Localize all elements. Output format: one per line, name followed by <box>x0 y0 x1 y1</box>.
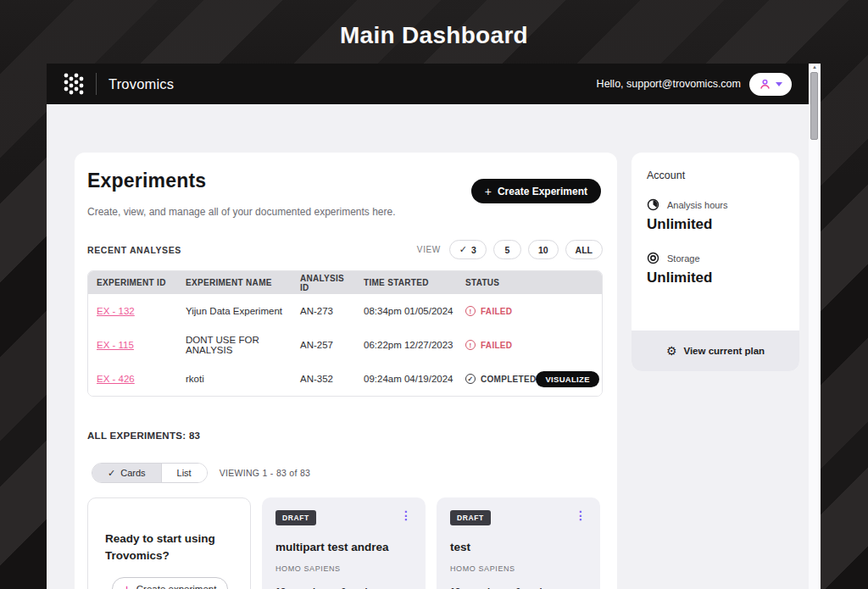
user-greeting: Hello, support@trovomics.com <box>597 78 741 90</box>
analysis-id: AN-273 <box>292 306 355 316</box>
storage-label: Storage <box>667 253 700 264</box>
all-experiments-label: ALL EXPERIMENTS: 83 <box>87 431 603 441</box>
col-time-started: TIME STARTED <box>355 278 457 287</box>
table-header-row: EXPERIMENT ID EXPERIMENT NAME ANALYSIS I… <box>88 271 602 294</box>
view-option-3[interactable]: ✓ 3 <box>449 240 487 259</box>
scrollbar-thumb[interactable] <box>810 72 818 140</box>
storage-value: Unlimited <box>647 269 799 286</box>
experiment-link[interactable]: EX - 132 <box>97 306 135 316</box>
getting-started-card: Ready to start using Trovomics? + Create… <box>87 497 251 589</box>
experiment-card[interactable]: DRAFT ⋮ multipart test andrea HOMO SAPIE… <box>262 497 426 589</box>
col-experiment-name: EXPERIMENT NAME <box>177 278 292 287</box>
time-started: 06:22pm 12/27/2023 <box>355 340 457 350</box>
brand-name: Trovomics <box>108 76 174 92</box>
experiment-name: Yijun Data Experiment <box>177 306 292 316</box>
draft-badge: DRAFT <box>450 510 491 525</box>
scrollbar-up-arrow[interactable]: ▲ <box>809 64 821 69</box>
cta-title: Ready to start using Trovomics? <box>105 531 233 565</box>
check-icon: ✓ <box>459 244 467 255</box>
main-content: Experiments Create, view, and manage all… <box>47 104 809 589</box>
draft-badge: DRAFT <box>275 510 316 525</box>
app-window: Trovomics Hello, support@trovomics.com <box>47 64 821 589</box>
recent-analyses-label: RECENT ANALYSES <box>87 245 181 255</box>
failed-icon: ! <box>465 340 476 350</box>
time-started: 09:24am 04/19/2024 <box>355 374 457 384</box>
experiments-subtitle: Create, view, and manage all of your doc… <box>87 206 603 218</box>
analysis-id: AN-257 <box>292 340 355 350</box>
table-row: EX - 132 Yijun Data Experiment AN-273 08… <box>88 294 602 328</box>
analysis-hours-icon <box>647 198 659 211</box>
visualize-button[interactable]: VISUALIZE <box>536 371 598 387</box>
check-icon: ✓ <box>108 468 115 479</box>
toggle-cards[interactable]: ✓ Cards <box>92 464 161 482</box>
experiment-cards-grid: Ready to start using Trovomics? + Create… <box>87 497 603 589</box>
view-option-5[interactable]: 5 <box>493 240 521 259</box>
account-title: Account <box>647 169 799 181</box>
kebab-menu-icon[interactable]: ⋮ <box>575 510 587 520</box>
time-started: 08:34pm 01/05/2024 <box>355 306 457 316</box>
create-experiment-button[interactable]: + Create Experiment <box>471 179 601 203</box>
status-badge: ! FAILED <box>465 306 512 316</box>
account-panel: Account Analysis hours Unlimited <box>632 153 799 371</box>
col-experiment-id: EXPERIMENT ID <box>88 278 177 287</box>
storage-icon <box>647 252 659 264</box>
col-analysis-id: ANALYSIS ID <box>292 274 355 292</box>
completed-icon: ✓ <box>465 374 476 384</box>
table-row: EX - 115 DONT USE FOR ANALYSIS AN-257 06… <box>88 328 602 362</box>
navbar: Trovomics Hello, support@trovomics.com <box>47 64 809 104</box>
view-label: VIEW <box>417 245 441 254</box>
experiment-name: rkoti <box>177 374 292 384</box>
plus-icon: + <box>485 185 492 198</box>
page-title: Main Dashboard <box>0 22 868 49</box>
view-option-all[interactable]: ALL <box>565 240 603 259</box>
gear-icon: ⚙ <box>666 344 677 358</box>
toggle-list[interactable]: List <box>161 464 207 482</box>
analysis-id: AN-352 <box>292 374 355 384</box>
experiment-card-title: multipart test andrea <box>275 541 412 553</box>
experiment-name: DONT USE FOR ANALYSIS <box>177 335 292 355</box>
status-badge: ! FAILED <box>465 340 512 350</box>
trovomics-logo-icon <box>60 70 87 97</box>
kebab-menu-icon[interactable]: ⋮ <box>400 510 412 520</box>
experiment-card-title: test <box>450 541 587 553</box>
plus-icon: + <box>124 582 131 589</box>
user-icon <box>759 78 771 91</box>
analysis-hours-label: Analysis hours <box>667 200 728 210</box>
table-row: EX - 426 rkoti AN-352 09:24am 04/19/2024… <box>88 362 602 396</box>
create-experiment-card-button[interactable]: + Create experiment <box>112 577 228 589</box>
viewing-range-label: VIEWING 1 - 83 of 83 <box>220 468 311 478</box>
recent-analyses-table: EXPERIMENT ID EXPERIMENT NAME ANALYSIS I… <box>87 270 603 397</box>
col-status: STATUS <box>457 278 602 287</box>
view-controls: VIEW ✓ 3 5 10 ALL <box>417 240 603 259</box>
user-menu-button[interactable] <box>749 73 792 96</box>
species-label: HOMO SAPIENS <box>450 564 587 573</box>
cards-list-toggle: ✓ Cards List <box>92 463 208 483</box>
analysis-hours-value: Unlimited <box>647 216 799 233</box>
experiment-link[interactable]: EX - 115 <box>97 340 134 350</box>
experiment-card[interactable]: DRAFT ⋮ test HOMO SAPIENS 12 samples 0 a… <box>437 497 600 589</box>
experiments-panel: Experiments Create, view, and manage all… <box>75 153 617 589</box>
view-option-10[interactable]: 10 <box>528 240 559 259</box>
experiment-link[interactable]: EX - 426 <box>97 374 135 384</box>
species-label: HOMO SAPIENS <box>275 564 412 573</box>
status-badge: ✓ COMPLETED <box>465 374 536 384</box>
chevron-down-icon <box>776 82 782 86</box>
view-current-plan-button[interactable]: ⚙ View current plan <box>632 331 799 371</box>
failed-icon: ! <box>465 306 476 316</box>
scrollbar[interactable]: ▲ <box>809 64 821 589</box>
navbar-divider <box>96 73 97 95</box>
